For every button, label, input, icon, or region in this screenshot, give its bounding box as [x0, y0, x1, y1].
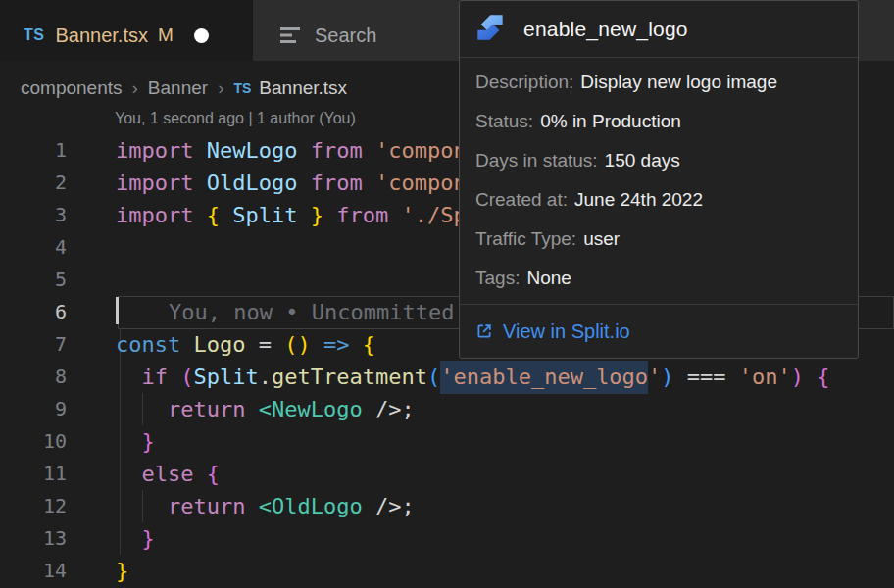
- code-line[interactable]: 13 }: [0, 522, 894, 555]
- line-number[interactable]: 8: [0, 361, 67, 393]
- code-token: import: [116, 138, 193, 163]
- line-number[interactable]: 6: [0, 296, 67, 328]
- code-token: [193, 138, 206, 163]
- code-token: [297, 171, 310, 195]
- code-token: [220, 203, 232, 227]
- code-line[interactable]: 14}: [0, 555, 894, 587]
- line-number[interactable]: 2: [0, 167, 67, 199]
- code-token: ): [791, 365, 804, 389]
- tooltip-row-value: 150 days: [605, 150, 680, 171]
- code-line[interactable]: 9 return <NewLogo />;: [0, 393, 894, 425]
- code-token: [804, 365, 817, 389]
- code-text: return <NewLogo />;: [116, 393, 415, 425]
- code-token: [116, 429, 142, 454]
- code-token: }: [142, 526, 155, 551]
- code-token: (: [180, 365, 193, 389]
- git-modified-badge: M: [158, 24, 174, 46]
- code-token: <OldLogo: [259, 494, 363, 518]
- git-blame-codelens[interactable]: You, 1 second ago | 1 author (You): [115, 110, 356, 127]
- text-cursor: [116, 297, 119, 324]
- unsaved-changes-dot[interactable]: [194, 28, 209, 43]
- code-token: [297, 138, 310, 163]
- code-token: [726, 365, 739, 389]
- code-token: [168, 365, 180, 389]
- code-token: const: [116, 332, 180, 357]
- tooltip-row: Tags:None: [475, 259, 842, 298]
- tooltip-row: Status:0% in Production: [475, 102, 842, 141]
- line-number[interactable]: 9: [0, 393, 67, 425]
- typescript-icon: TS: [233, 80, 251, 96]
- line-number[interactable]: 13: [0, 522, 67, 555]
- code-token: />;: [363, 397, 415, 421]
- tooltip-row: Description:Display new logo image: [475, 63, 842, 102]
- code-token: import: [116, 171, 193, 195]
- code-line[interactable]: 10 }: [0, 425, 894, 458]
- code-token: [674, 365, 687, 389]
- code-token: [180, 332, 193, 357]
- code-line[interactable]: 8 if (Split.getTreatment('enable_new_log…: [0, 361, 894, 393]
- vscode-window: TS Banner.tsx M Search components › Bann…: [0, 0, 894, 588]
- line-number[interactable]: 14: [0, 555, 67, 587]
- tooltip-row-label: Created at:: [475, 189, 568, 210]
- code-token: />;: [363, 494, 415, 518]
- code-token: NewLogo: [207, 138, 298, 163]
- breadcrumb-banner[interactable]: Banner: [148, 77, 208, 99]
- code-text: const Logo = () => {: [116, 328, 375, 361]
- code-token: [193, 462, 206, 486]
- code-token: else: [142, 462, 194, 486]
- code-token: <NewLogo: [259, 397, 363, 421]
- code-token: OldLogo: [207, 171, 298, 195]
- line-number[interactable]: 11: [0, 458, 67, 490]
- line-number[interactable]: 10: [0, 425, 67, 458]
- tooltip-row-label: Tags:: [475, 268, 520, 288]
- typescript-icon: TS: [24, 26, 44, 44]
- line-number[interactable]: 3: [0, 199, 67, 231]
- code-token: }: [311, 203, 323, 227]
- code-token: [311, 332, 323, 357]
- code-token: ': [648, 365, 661, 389]
- tab-banner-tsx[interactable]: TS Banner.tsx M: [0, 0, 253, 61]
- breadcrumb-components[interactable]: components: [21, 77, 123, 99]
- code-token: if: [142, 365, 169, 389]
- code-token: from: [311, 171, 363, 195]
- code-token: [193, 171, 206, 195]
- tooltip-row-label: Days in status:: [475, 150, 598, 171]
- tooltip-row-value: June 24th 2022: [574, 189, 703, 210]
- line-number[interactable]: 4: [0, 231, 67, 264]
- code-token: 'on': [739, 365, 791, 389]
- line-number[interactable]: 12: [0, 490, 67, 522]
- code-text: else {: [116, 458, 220, 490]
- code-token: [116, 365, 142, 389]
- code-token: }: [142, 429, 155, 454]
- code-token: (: [427, 365, 440, 389]
- tab-search[interactable]: Search: [253, 0, 469, 61]
- chevron-separator-icon: ›: [123, 77, 148, 99]
- code-token: from: [311, 138, 363, 163]
- code-line[interactable]: 11 else {: [0, 458, 894, 490]
- split-feature-flag-tooltip: enable_new_logo Description:Display new …: [459, 0, 859, 359]
- code-token: [363, 171, 375, 195]
- code-token: [323, 203, 336, 227]
- chevron-separator-icon: ›: [208, 77, 233, 99]
- code-token: from: [336, 203, 388, 227]
- tooltip-row-label: Traffic Type:: [475, 228, 576, 249]
- code-line[interactable]: 12 return <OldLogo />;: [0, 490, 894, 522]
- code-token: [116, 526, 142, 551]
- code-token: =>: [323, 332, 350, 357]
- tooltip-row-value: None: [526, 268, 571, 288]
- code-token: return: [168, 494, 245, 518]
- line-number[interactable]: 1: [0, 134, 67, 167]
- code-token: [388, 203, 401, 227]
- view-in-splitio-link[interactable]: View in Split.io: [460, 305, 858, 358]
- tooltip-row-value: Display new logo image: [580, 72, 777, 92]
- breadcrumb-file[interactable]: Banner.tsx: [259, 77, 347, 99]
- line-number[interactable]: 7: [0, 328, 67, 361]
- code-token: }: [116, 559, 128, 583]
- code-text: }: [116, 425, 155, 458]
- code-token: getTreatment: [272, 365, 427, 389]
- code-token: {: [207, 203, 220, 227]
- line-number[interactable]: 5: [0, 264, 67, 296]
- code-token: import: [116, 203, 193, 227]
- tooltip-row-value: user: [583, 228, 620, 249]
- code-token: (): [284, 332, 311, 357]
